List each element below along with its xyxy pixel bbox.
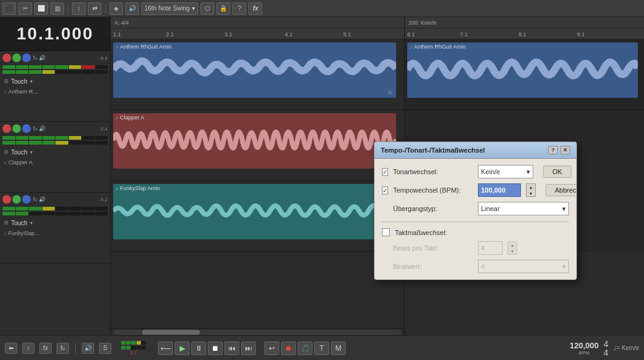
track-solo-btn-1[interactable]: [22, 54, 31, 62]
record-btn[interactable]: ⏺: [281, 342, 296, 355]
uebergangstyp-arrow: ▾: [562, 205, 566, 213]
swing-dropdown[interactable]: 16th Note Swing ▾: [141, 2, 198, 15]
toolbar-btn-2[interactable]: ✂: [18, 2, 32, 15]
meter-seg: [95, 65, 108, 69]
toolbar-btn-fx[interactable]: fx: [248, 2, 262, 15]
transport-skip-end[interactable]: ⏭: [241, 342, 256, 355]
toolbar-btn-7[interactable]: ◈: [109, 2, 123, 15]
tempo-checkbox[interactable]: [382, 186, 388, 194]
status-btn-2[interactable]: ↕: [22, 343, 34, 354]
tempo-dialog[interactable]: Tempo-/Tonart-/Taktmaßwechsel ? ✕ Tonart…: [374, 142, 577, 280]
tempo-input[interactable]: [478, 183, 521, 197]
ruler-mark-1: 1.1: [113, 31, 121, 38]
toolbar-btn-11[interactable]: ?: [233, 2, 246, 15]
tempo-spinner[interactable]: ▲ ▼: [526, 183, 536, 197]
cancel-button[interactable]: Abbrechen: [546, 184, 577, 196]
status-btn-f0[interactable]: f₀: [57, 343, 69, 354]
transport-rewind[interactable]: ⟵: [158, 342, 173, 355]
taktmass-checkbox[interactable]: [382, 228, 390, 236]
waveform-name-1: Anthem RhGuit Amin: [120, 44, 172, 50]
toolbar-btn-5[interactable]: ↕: [72, 2, 85, 15]
track-rec-btn-3[interactable]: [2, 195, 11, 204]
track-rec-btn-1[interactable]: [2, 54, 11, 62]
dialog-help-btn[interactable]: ?: [548, 146, 558, 154]
sep-status: [75, 343, 76, 354]
tempo-spin-down[interactable]: ▼: [527, 190, 535, 196]
beats-spin-up: ▲: [508, 242, 517, 248]
meter-2b: [2, 141, 108, 145]
scroll-thumb[interactable]: [142, 330, 200, 335]
waveform-name-3: FunkySlap Amin: [120, 185, 160, 191]
track-controls-2: f₀ 🔊 -2,4: [0, 122, 110, 135]
waveform-svg-1: [113, 51, 396, 88]
track-header-3: f₀ 🔊 -5,2: [0, 193, 110, 263]
m: [137, 341, 141, 345]
waveform-2[interactable]: ♪ Clapper A fx: [113, 113, 396, 169]
right-wave-path-1: [407, 62, 638, 76]
dialog-close-btn[interactable]: ✕: [560, 146, 570, 154]
track-arrow-2[interactable]: ▾: [30, 150, 33, 155]
toolbar-btn-10[interactable]: 🔒: [217, 2, 230, 15]
meter-seg: [69, 141, 82, 145]
track-mute-btn-1[interactable]: [12, 54, 21, 62]
tempo-spin-up[interactable]: ▲: [527, 184, 535, 190]
track-rec-btn-2[interactable]: [2, 124, 11, 133]
track-arrow-1[interactable]: ▾: [30, 79, 33, 84]
right-waveform-1[interactable]: ♪ Anthem RhGuit Amin: [407, 42, 638, 98]
track-icon-1: 🔊: [39, 55, 46, 61]
track-mute-btn-2[interactable]: [12, 124, 21, 133]
track-name-row-3: ⚙ Touch ▾: [0, 216, 110, 230]
toolbar-btn-4[interactable]: ▥: [50, 2, 64, 15]
status-btn-1[interactable]: ⬅: [5, 343, 17, 354]
track-lane-2[interactable]: ♪ Clapper A fx: [111, 110, 404, 181]
m: [131, 346, 135, 350]
hscrollbar[interactable]: [111, 328, 404, 335]
meter-seg: [2, 136, 15, 140]
track-lane-1[interactable]: ♪ Anthem RhGuit Amin fx: [111, 39, 404, 110]
status-btn-fx[interactable]: fx: [39, 343, 52, 354]
toolbar-btn-8[interactable]: 🔊: [125, 2, 139, 15]
track-arrow-3[interactable]: ▾: [30, 220, 33, 226]
meter-seg: [95, 141, 108, 145]
loop-btn[interactable]: ↩: [264, 342, 279, 355]
track-solo-btn-2[interactable]: [22, 124, 31, 133]
toolbar-btn-6[interactable]: ⇄: [88, 2, 101, 15]
meter-seg: [55, 212, 68, 215]
midi-btn[interactable]: M: [331, 342, 346, 355]
tonart-select[interactable]: Kein/e ▾: [478, 165, 533, 178]
waveform-1[interactable]: ♪ Anthem RhGuit Amin fx: [113, 42, 396, 98]
time-sig-bottom: 4: [603, 348, 608, 357]
uebergangstyp-select[interactable]: Linear ▾: [478, 202, 569, 215]
meter-small: 2,7: [119, 340, 148, 356]
tap-btn[interactable]: T: [314, 342, 329, 355]
time-sig-top: 4: [603, 340, 608, 348]
status-mute[interactable]: 🔊: [82, 343, 94, 354]
track-settings-icon-2: ⚙: [4, 149, 9, 155]
right-ruler-8: 8.1: [519, 31, 527, 38]
meter-seg: [82, 65, 95, 69]
tonart-checkbox[interactable]: [382, 168, 388, 176]
beatwert-value: 4: [481, 263, 485, 270]
wave-path-2: [113, 132, 396, 148]
track-solo-btn-3[interactable]: [22, 195, 31, 204]
right-lane-1[interactable]: ♪ Anthem RhGuit Amin: [405, 39, 644, 110]
transport-play[interactable]: ▶: [175, 342, 189, 355]
ok-button[interactable]: OK: [543, 166, 571, 178]
click-btn[interactable]: 🎵: [298, 342, 312, 355]
transport-stop[interactable]: ⏹: [208, 342, 223, 355]
meter-sm-1: [121, 341, 146, 345]
waveform-title-3: ♪ FunkySlap Amin: [113, 184, 396, 193]
meter-seg: [55, 141, 68, 145]
toolbar-btn-3[interactable]: ⬜: [34, 2, 48, 15]
beats-input: [478, 241, 503, 255]
status-solo[interactable]: S: [99, 343, 111, 354]
toolbar-btn-1[interactable]: ⬛: [2, 2, 16, 15]
transport-pause[interactable]: ⏸: [191, 342, 206, 355]
track-mute-btn-3[interactable]: [12, 195, 21, 204]
waveform-3[interactable]: ♪ FunkySlap Amin fx: [113, 184, 396, 239]
track-panel: 10.1.000 f₀ 🔊 -8.6: [0, 17, 111, 335]
scroll-track[interactable]: [113, 330, 402, 335]
transport-skip-start[interactable]: ⏮: [225, 342, 239, 355]
toolbar-btn-9[interactable]: ⬡: [201, 2, 214, 15]
track-lane-3[interactable]: ♪ FunkySlap Amin fx: [111, 181, 404, 252]
